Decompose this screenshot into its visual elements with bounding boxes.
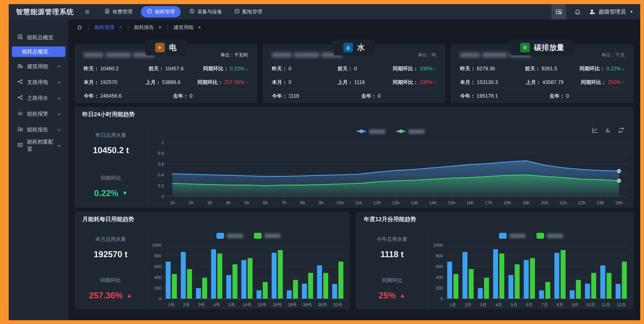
stat-kv-value: 8279.36 (477, 66, 495, 72)
svg-text:20h: 20h (541, 200, 548, 205)
svg-text:1000: 1000 (433, 243, 443, 248)
redacted-company-name (272, 53, 342, 57)
arrow-up-icon: ↑ (246, 80, 248, 85)
sidebar-item-3[interactable]: 建筑用能 (9, 59, 68, 74)
legend-item-1[interactable] (499, 233, 526, 239)
sidebar-item-6[interactable]: 能耗报警 (9, 106, 68, 122)
stat-kv-value: 250% (608, 79, 621, 85)
svg-text:200: 200 (436, 286, 443, 291)
legend-item-2[interactable] (254, 233, 280, 239)
toolbox-line-chart-icon[interactable] (592, 127, 598, 133)
legend-item-2[interactable] (396, 129, 425, 134)
nav-item-3[interactable]: 采集与设备 (186, 6, 226, 18)
menu-collapse-icon[interactable] (84, 9, 90, 15)
tab-3[interactable]: 建筑用能× (174, 24, 201, 31)
triangle-up-icon: ▲ (126, 292, 132, 299)
stat-kv-label: 本月： (460, 79, 475, 86)
svg-text:0: 0 (440, 296, 443, 301)
arrow-up-icon: ↑ (434, 80, 436, 85)
legend-item-2[interactable] (536, 233, 563, 239)
stat-kv-label: 同期环比： (580, 65, 605, 72)
stat-kv: 昨天：8279.36 (460, 65, 525, 72)
svg-text:3号: 3号 (198, 302, 205, 307)
legend-swatch (216, 233, 224, 239)
sidebar-item-label: 能耗报告 (27, 126, 48, 133)
stat-kv-value: 0 (566, 93, 569, 99)
chevron-down-icon (57, 80, 61, 84)
tab-close-icon[interactable]: × (198, 25, 201, 30)
tab-separator (128, 25, 128, 30)
sidebar-item-label: 能耗总概览 (27, 34, 54, 41)
stat-kv-value: 10480.2 (100, 66, 119, 72)
nav-item-1[interactable]: 收费管理 (101, 6, 136, 18)
tab-2[interactable]: 能耗报告× (134, 24, 162, 31)
stat-kv: 同期环比：257.36%↑ (198, 79, 248, 86)
svg-text:2号: 2号 (183, 302, 190, 307)
sidebar-item-7[interactable]: 能耗报告 (9, 122, 68, 138)
bottom-charts-row: 月能耗每日用能趋势 本月总用水量 192570 t 同期环比 257.36%▲ (74, 212, 634, 309)
stat-kv-value: 10457.6 (165, 66, 184, 72)
stat-rows: 昨天：8279.36前天：8261.5同期环比：0.22%↓本月：153130.… (460, 62, 624, 103)
svg-text:2h: 2h (188, 200, 194, 205)
chevron-down-icon: ▼ (630, 10, 633, 14)
svg-text:21h: 21h (560, 200, 567, 205)
sidebar-item-4[interactable]: 支路用电 (9, 74, 68, 90)
svg-text:16h: 16h (466, 200, 474, 205)
nav-item-label: 配电管理 (242, 9, 262, 15)
svg-text:24h: 24h (615, 200, 623, 205)
tab-close-icon[interactable]: × (158, 25, 162, 30)
tab-1[interactable]: 能耗管理× (95, 24, 122, 31)
nav-item-label: 能耗管理 (155, 9, 175, 15)
stat-row: 昨天：0前天：0同期环比：100%↓ (272, 62, 436, 76)
stat-kv-label: 昨天： (84, 65, 99, 72)
sidebar-item-8[interactable]: 能耗档案配置 (9, 138, 68, 153)
stat-kv-label: 昨天： (272, 65, 287, 72)
stat-row: 本月：0上月：1118同期环比：100%↑ (272, 76, 436, 89)
tab-close-icon[interactable]: × (119, 25, 122, 30)
stat-kv: 本月：192570 (84, 79, 146, 86)
legend-item-1[interactable] (357, 129, 385, 134)
month-chart-area: 020040060080010001号2号3号4号5号14号15号16号28号2… (147, 227, 350, 309)
stat-kv-label: 同期环比： (581, 79, 606, 86)
toolbox-bar-chart-icon[interactable] (605, 127, 611, 133)
sidebar-item-label: 能耗档案配置 (27, 138, 54, 153)
chevron-down-icon (57, 128, 61, 131)
redacted-legend-label (547, 234, 563, 238)
stat-kv-label: 上月： (338, 79, 353, 86)
legend-item-1[interactable] (216, 233, 243, 239)
sidebar-subitem-active[interactable]: 能耗总概览 (12, 46, 66, 57)
notification-bell-icon[interactable] (574, 9, 581, 15)
svg-text:11h: 11h (355, 200, 362, 205)
nav-item-4[interactable]: 配电管理 (230, 6, 266, 18)
sidebar-item-5[interactable]: 之路用水 (9, 90, 68, 106)
home-icon[interactable] (77, 25, 82, 30)
stat-kv-label: 前天： (525, 65, 540, 72)
svg-text:8h: 8h (300, 200, 305, 205)
screenshot-chart-icon[interactable] (551, 4, 566, 20)
chevron-down-icon (57, 96, 61, 99)
line-chart-area: 00.20.40.60.811h2h3h4h5h6h7h8h9h10h11h12… (148, 122, 634, 208)
stat-card-title: 水 (357, 43, 365, 53)
svg-text:400: 400 (436, 275, 443, 280)
nav-item-2[interactable]: 能耗管理 (141, 6, 181, 18)
stat-label: 今年总用水量 (377, 236, 407, 243)
chart-legend (148, 129, 634, 134)
panel-title: 月能耗每日用能趋势 (74, 212, 350, 227)
user-name: 超级管理员 (599, 8, 626, 16)
stat-card-carbon: 碳排放量 单位：千克 昨天：8279.36前天：8261.5同期环比：0.22%… (451, 45, 634, 103)
user-menu[interactable]: 超级管理员 ▼ (589, 8, 640, 16)
redacted-legend-label (510, 234, 526, 238)
sidebar-item-1[interactable]: 能耗总概览 (9, 30, 68, 45)
stat-kv-value: 0 (288, 66, 291, 72)
svg-text:12h: 12h (374, 200, 381, 205)
stat-kv-label: 昨天： (460, 65, 475, 72)
chart-legend (428, 233, 634, 239)
stat-label: 本月总用水量 (95, 236, 126, 243)
tab-separator (167, 25, 168, 30)
toolbox-restore-icon[interactable] (618, 127, 624, 133)
stat-row: 本月：153130.3上月：43587.79同期环比：250%↑ (460, 76, 624, 89)
line-chart-panel: 昨日24小时用能趋势 昨日总用水量 10450.2 t 同期环比 0.22%▼ (74, 107, 634, 208)
stat-kv-label: 去年： (361, 93, 376, 99)
stat-kv-label: 同期环比： (198, 79, 223, 86)
stat-card-tab: 水 (334, 40, 374, 56)
